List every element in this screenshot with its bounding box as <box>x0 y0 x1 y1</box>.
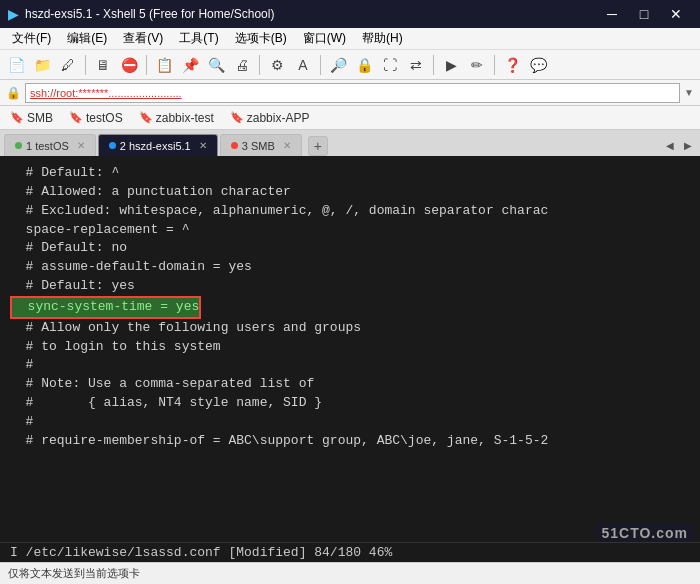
tab-scroll-left[interactable]: ◀ <box>662 134 678 156</box>
watermark-brand: 51CTO.com <box>595 523 694 543</box>
terminal-line-2: # Excluded: whitespace, alphanumeric, @,… <box>10 202 690 221</box>
terminal-line-11: # Allow only the following users and gro… <box>10 319 690 338</box>
terminal-line-5: # Default: no <box>10 239 690 258</box>
tab-label-testos: 1 testOS <box>26 140 69 152</box>
fullscreen-button[interactable]: ⛶ <box>378 53 402 77</box>
tab-dot-testos <box>15 142 22 149</box>
connect-button[interactable]: 🖊 <box>56 53 80 77</box>
zoom-out-button[interactable]: 🔒 <box>352 53 376 77</box>
status-bar: 仅将文本发送到当前选项卡 <box>0 562 700 584</box>
minimize-button[interactable]: ─ <box>596 0 628 28</box>
bookmark-label-smb: SMB <box>27 111 53 125</box>
toolbar: 📄 📁 🖊 🖥 ⛔ 📋 📌 🔍 🖨 ⚙ A 🔎 🔒 ⛶ ⇄ ▶ ✏ ❓ 💬 <box>0 50 700 80</box>
terminal-line-0: # Default: ^ <box>10 164 690 183</box>
tab-dot-hszd <box>109 142 116 149</box>
copy-button[interactable]: 📋 <box>152 53 176 77</box>
tab-close-testos[interactable]: ✕ <box>77 140 85 151</box>
toolbar-sep-3 <box>259 55 260 75</box>
new-button[interactable]: 📄 <box>4 53 28 77</box>
bookmark-label-testos: testOS <box>86 111 123 125</box>
menu-view[interactable]: 查看(V) <box>115 28 171 50</box>
menu-file[interactable]: 文件(F) <box>4 28 59 50</box>
tab-scroll-controls: ◀ ▶ <box>662 134 696 156</box>
terminal-line-14: # Note: Use a comma-separated list of <box>10 375 690 394</box>
tab-bar: 1 testOS ✕ 2 hszd-exsi5.1 ✕ 3 SMB ✕ + ◀ … <box>0 130 700 156</box>
tab-testos[interactable]: 1 testOS ✕ <box>4 134 96 156</box>
menu-bar: 文件(F) 编辑(E) 查看(V) 工具(T) 选项卡(B) 窗口(W) 帮助(… <box>0 28 700 50</box>
bookmark-label-zabbix-test: zabbix-test <box>156 111 214 125</box>
terminal-line-12: # to login to this system <box>10 338 690 357</box>
app-icon: ▶ <box>8 6 19 22</box>
terminal-line-9: sync-system-time = yes <box>10 296 690 319</box>
bookmark-bar: 🔖 SMB 🔖 testOS 🔖 zabbix-test 🔖 zabbix-AP… <box>0 106 700 130</box>
tab-label-smb: 3 SMB <box>242 140 275 152</box>
terminal-line-1: # Allowed: a punctuation character <box>10 183 690 202</box>
menu-edit[interactable]: 编辑(E) <box>59 28 115 50</box>
tab-hszd[interactable]: 2 hszd-exsi5.1 ✕ <box>98 134 218 156</box>
bookmark-smb[interactable]: 🔖 SMB <box>6 109 57 127</box>
search-button[interactable]: 🔍 <box>204 53 228 77</box>
lock-icon: 🔒 <box>6 86 21 100</box>
address-bar: 🔒 ▼ <box>0 80 700 106</box>
paste-button[interactable]: 📌 <box>178 53 202 77</box>
tab-close-hszd[interactable]: ✕ <box>199 140 207 151</box>
terminal-line-8: # Default: yes <box>10 277 690 296</box>
address-input[interactable] <box>25 83 680 103</box>
open-button[interactable]: 📁 <box>30 53 54 77</box>
settings-button[interactable]: ⚙ <box>265 53 289 77</box>
add-tab-button[interactable]: + <box>308 136 328 156</box>
tab-close-smb[interactable]: ✕ <box>283 140 291 151</box>
help-icon-button[interactable]: ❓ <box>500 53 524 77</box>
toolbar-sep-4 <box>320 55 321 75</box>
compose-button[interactable]: ✏ <box>465 53 489 77</box>
menu-help[interactable]: 帮助(H) <box>354 28 411 50</box>
new-session-button[interactable]: 🖥 <box>91 53 115 77</box>
terminal-line-17: # require-membership-of = ABC\support gr… <box>10 432 690 451</box>
toolbar-sep-1 <box>85 55 86 75</box>
terminal-line-6: # assume-default-domain = yes <box>10 258 690 277</box>
terminal-line-16: # <box>10 413 690 432</box>
tab-label-hszd: 2 hszd-exsi5.1 <box>120 140 191 152</box>
tab-dot-smb <box>231 142 238 149</box>
bookmark-testos[interactable]: 🔖 testOS <box>65 109 127 127</box>
info-button[interactable]: 💬 <box>526 53 550 77</box>
status-message: 仅将文本发送到当前选项卡 <box>8 566 140 581</box>
bookmark-icon-zabbix-app: 🔖 <box>230 111 244 124</box>
bookmark-label-zabbix-app: zabbix-APP <box>247 111 310 125</box>
menu-window[interactable]: 窗口(W) <box>295 28 354 50</box>
bookmark-icon-zabbix-test: 🔖 <box>139 111 153 124</box>
title-bar: ▶ hszd-exsi5.1 - Xshell 5 (Free for Home… <box>0 0 700 28</box>
vim-status-line: I /etc/likewise/lsassd.conf [Modified] 8… <box>0 542 700 562</box>
highlighted-sync-line: sync-system-time = yes <box>10 296 201 319</box>
address-dropdown-icon[interactable]: ▼ <box>684 87 694 98</box>
menu-tabs[interactable]: 选项卡(B) <box>227 28 295 50</box>
toolbar-sep-5 <box>433 55 434 75</box>
font-button[interactable]: A <box>291 53 315 77</box>
close-button[interactable]: ✕ <box>660 0 692 28</box>
terminal[interactable]: # Default: ^ # Allowed: a punctuation ch… <box>0 156 700 562</box>
bookmark-zabbix-test[interactable]: 🔖 zabbix-test <box>135 109 218 127</box>
toolbar-sep-6 <box>494 55 495 75</box>
toolbar-sep-2 <box>146 55 147 75</box>
disconnect-button[interactable]: ⛔ <box>117 53 141 77</box>
print-button[interactable]: 🖨 <box>230 53 254 77</box>
terminal-line-13: # <box>10 356 690 375</box>
window-title: hszd-exsi5.1 - Xshell 5 (Free for Home/S… <box>25 7 274 21</box>
terminal-line-3: space-replacement = ^ <box>10 221 690 240</box>
zoom-in-button[interactable]: 🔎 <box>326 53 350 77</box>
bookmark-icon-testos: 🔖 <box>69 111 83 124</box>
vim-status-text: I /etc/likewise/lsassd.conf [Modified] 8… <box>10 545 392 560</box>
terminal-line-15: # { alias, NT4 style name, SID } <box>10 394 690 413</box>
bookmark-icon-smb: 🔖 <box>10 111 24 124</box>
tab-scroll-right[interactable]: ▶ <box>680 134 696 156</box>
title-bar-controls: ─ □ ✕ <box>596 0 692 28</box>
script-button[interactable]: ▶ <box>439 53 463 77</box>
title-bar-left: ▶ hszd-exsi5.1 - Xshell 5 (Free for Home… <box>8 6 274 22</box>
menu-tools[interactable]: 工具(T) <box>171 28 226 50</box>
tab-smb[interactable]: 3 SMB ✕ <box>220 134 302 156</box>
transfer-button[interactable]: ⇄ <box>404 53 428 77</box>
bookmark-zabbix-app[interactable]: 🔖 zabbix-APP <box>226 109 314 127</box>
maximize-button[interactable]: □ <box>628 0 660 28</box>
